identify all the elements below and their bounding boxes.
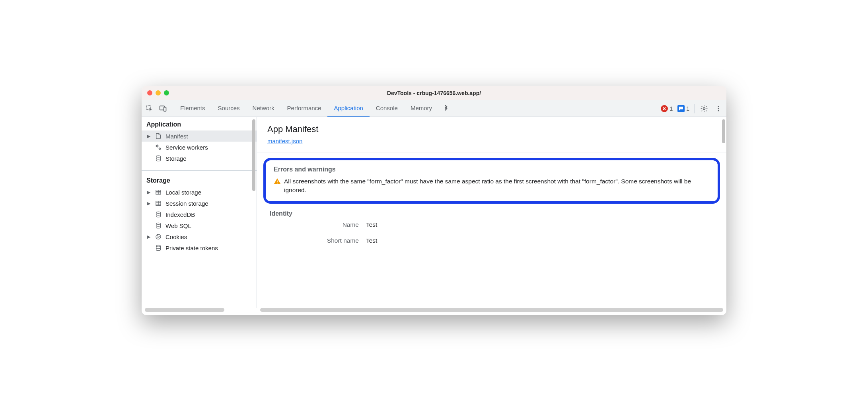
error-count-badge[interactable]: 1 (661, 105, 673, 112)
cookie-icon (154, 233, 162, 241)
errors-warnings-section: Errors and warnings All screenshots with… (263, 158, 720, 204)
svg-rect-19 (277, 181, 278, 183)
expand-arrow-icon: ▶ (147, 234, 151, 239)
divider (694, 104, 695, 113)
sidebar-scrollbar[interactable] (252, 119, 255, 191)
svg-point-12 (156, 212, 161, 213)
svg-point-9 (156, 156, 161, 157)
error-count: 1 (669, 105, 673, 112)
svg-point-15 (157, 236, 158, 236)
device-toolbar-icon[interactable] (158, 104, 168, 113)
svg-point-5 (718, 108, 719, 109)
tab-console[interactable]: Console (370, 100, 404, 117)
main-h-scrollbar[interactable] (260, 308, 723, 312)
main-scrollbar[interactable] (722, 119, 725, 143)
svg-rect-2 (164, 107, 166, 111)
section-title: Errors and warnings (274, 166, 710, 173)
file-icon (154, 132, 162, 140)
panel-tabs: Elements Sources Network Performance App… (174, 100, 658, 117)
sidebar-item-label: Web SQL (165, 222, 191, 229)
kebab-menu-icon[interactable] (714, 104, 723, 113)
gears-icon (154, 143, 162, 151)
table-icon (154, 188, 162, 196)
database-icon (154, 154, 162, 162)
identity-value: Test (366, 221, 377, 228)
svg-point-3 (703, 107, 705, 109)
window-title: DevTools - crbug-1476656.web.app/ (142, 90, 726, 96)
sidebar-item-private-state-tokens[interactable]: Private state tokens (142, 242, 257, 253)
database-icon (154, 222, 162, 230)
svg-point-18 (156, 245, 161, 247)
sidebar-item-label: Session storage (165, 200, 208, 207)
svg-point-4 (718, 106, 719, 107)
issue-count: 1 (686, 105, 689, 112)
titlebar: DevTools - crbug-1476656.web.app/ (142, 86, 726, 100)
identity-key: Short name (267, 237, 359, 244)
devtools-toolbar: Elements Sources Network Performance App… (142, 100, 726, 117)
sidebar-group-storage: Storage (142, 173, 257, 187)
application-sidebar: Application ▶ Manifest Service workers (142, 117, 257, 308)
divider (142, 170, 257, 171)
tab-network[interactable]: Network (246, 100, 281, 117)
divider (257, 152, 726, 152)
sidebar-item-indexeddb[interactable]: IndexedDB (142, 209, 257, 220)
sidebar-item-service-workers[interactable]: Service workers (142, 142, 257, 153)
svg-point-6 (718, 110, 719, 111)
close-window-button[interactable] (147, 90, 152, 95)
database-icon (154, 210, 162, 218)
devtools-window: DevTools - crbug-1476656.web.app/ Elemen… (142, 86, 726, 315)
sidebar-item-cookies[interactable]: ▶ Cookies (142, 231, 257, 242)
identity-row-name: Name Test (267, 221, 716, 228)
sidebar-item-label: IndexedDB (165, 211, 195, 218)
main-content: App Manifest manifest.json Errors and wa… (257, 117, 726, 308)
expand-arrow-icon: ▶ (147, 134, 151, 139)
database-icon (154, 244, 162, 252)
identity-value: Test (366, 237, 377, 244)
manifest-link[interactable]: manifest.json (267, 138, 302, 144)
tab-sources[interactable]: Sources (212, 100, 246, 117)
sidebar-item-label: Storage (165, 155, 187, 162)
page-heading: App Manifest (267, 124, 716, 134)
sidebar-item-manifest[interactable]: ▶ Manifest (142, 130, 257, 142)
error-icon (661, 105, 668, 112)
expand-arrow-icon: ▶ (147, 190, 151, 195)
sidebar-h-scrollbar[interactable] (145, 308, 224, 312)
identity-key: Name (267, 221, 359, 228)
sidebar-item-local-storage[interactable]: ▶ Local storage (142, 187, 257, 198)
identity-section-title: Identity (270, 210, 716, 217)
minimize-window-button[interactable] (156, 90, 161, 95)
sidebar-item-websql[interactable]: Web SQL (142, 220, 257, 231)
sidebar-item-label: Manifest (165, 133, 188, 140)
sidebar-item-label: Service workers (165, 144, 208, 151)
tab-memory[interactable]: Memory (404, 100, 438, 117)
svg-point-17 (158, 237, 158, 237)
zoom-window-button[interactable] (164, 90, 169, 95)
svg-point-16 (159, 236, 159, 237)
sidebar-item-label: Private state tokens (165, 245, 218, 251)
tab-performance[interactable]: Performance (281, 100, 328, 117)
warning-text: All screenshots with the same "form_fact… (284, 177, 710, 194)
warning-icon (274, 178, 281, 185)
sidebar-group-application: Application (142, 117, 257, 130)
bottom-scrollbars (142, 308, 726, 315)
window-controls (147, 90, 169, 95)
issue-icon (677, 105, 685, 112)
warning-row: All screenshots with the same "form_fact… (274, 177, 710, 194)
svg-point-13 (156, 223, 161, 224)
tab-application[interactable]: Application (327, 100, 369, 117)
issue-count-badge[interactable]: 1 (677, 105, 689, 112)
sidebar-item-label: Cookies (165, 234, 187, 240)
more-tabs-button[interactable] (438, 100, 453, 117)
sidebar-item-label: Local storage (165, 189, 201, 196)
expand-arrow-icon: ▶ (147, 201, 151, 206)
svg-rect-20 (277, 183, 278, 184)
panel-body: Application ▶ Manifest Service workers (142, 117, 726, 308)
sidebar-item-storage[interactable]: Storage (142, 153, 257, 164)
tab-elements[interactable]: Elements (174, 100, 212, 117)
settings-icon[interactable] (699, 104, 709, 113)
svg-point-14 (156, 234, 161, 239)
identity-row-shortname: Short name Test (267, 237, 716, 244)
sidebar-item-session-storage[interactable]: ▶ Session storage (142, 198, 257, 209)
table-icon (154, 199, 162, 207)
inspect-element-icon[interactable] (145, 104, 154, 113)
